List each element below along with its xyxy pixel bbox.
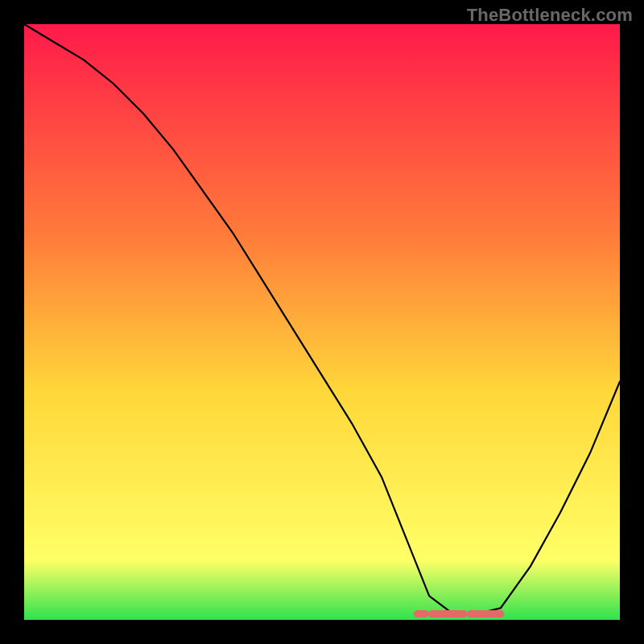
plot-area: [24, 24, 620, 620]
bottleneck-chart: [0, 0, 644, 644]
chart-container: TheBottleneck.com: [0, 0, 644, 644]
watermark-text: TheBottleneck.com: [467, 5, 633, 26]
